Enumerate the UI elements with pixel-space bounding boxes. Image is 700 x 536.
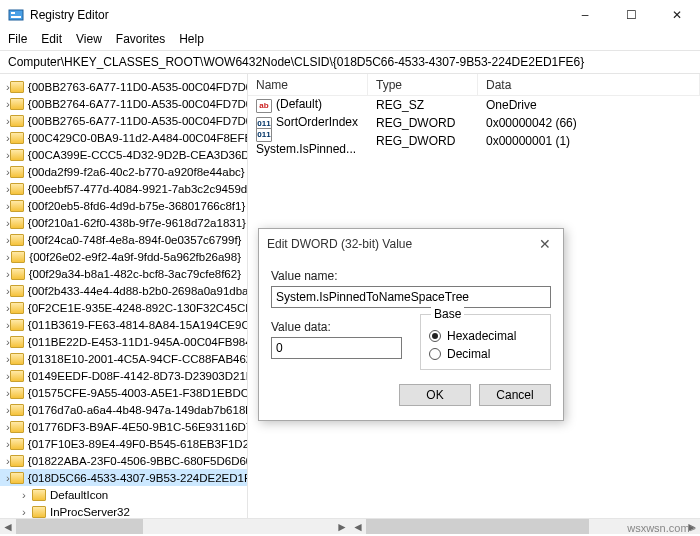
folder-icon	[10, 234, 24, 246]
tree-item[interactable]: ›{00f210a1-62f0-438b-9f7e-9618d72a1831}	[0, 214, 247, 231]
value-data: 0x00000042 (66)	[478, 116, 700, 130]
value-data-input[interactable]	[271, 337, 402, 359]
tree-item[interactable]: ›{011B3619-FE63-4814-8A84-15A194CE9CE3}	[0, 316, 247, 333]
value-data-label: Value data:	[271, 320, 402, 334]
tree-item-label: {0149EEDF-D08F-4142-8D73-D23903D21E90}	[28, 370, 248, 382]
scroll-thumb[interactable]	[16, 519, 143, 534]
tree-item[interactable]: ›{0F2CE1E-935E-4248-892C-130F32C45CB4}	[0, 299, 247, 316]
folder-icon	[10, 387, 24, 399]
list-header: Name Type Data	[248, 74, 700, 96]
value-name-label: Value name:	[271, 269, 551, 283]
folder-icon	[10, 149, 24, 161]
folder-icon	[10, 302, 24, 314]
folder-icon	[10, 472, 24, 484]
col-data[interactable]: Data	[478, 74, 700, 95]
tree-item[interactable]: ›{00f24ca0-748f-4e8a-894f-0e0357c6799f}	[0, 231, 247, 248]
menu-view[interactable]: View	[76, 32, 102, 46]
value-data: 0x00000001 (1)	[478, 134, 700, 148]
list-row[interactable]: 011System.IsPinned...REG_DWORD0x00000001…	[248, 132, 700, 150]
tree-item[interactable]: ›{011BE22D-E453-11D1-945A-00C04FB984F9}	[0, 333, 247, 350]
tree-item-label: {01776DF3-B9AF-4E50-9B1C-56E93116D704}	[28, 421, 248, 433]
tree-item-label: {01822ABA-23F0-4506-9BBC-680F5D6D606C}	[28, 455, 248, 467]
radio-hex[interactable]: Hexadecimal	[429, 329, 542, 343]
value-icon: 011	[256, 128, 272, 142]
menu-help[interactable]: Help	[179, 32, 204, 46]
menu-file[interactable]: File	[8, 32, 27, 46]
folder-icon	[10, 98, 24, 110]
folder-icon	[11, 251, 25, 263]
scroll-left-icon-2[interactable]: ◄	[350, 519, 366, 534]
base-fieldset: Base Hexadecimal Decimal	[420, 314, 551, 370]
tree-item[interactable]: ›{00eebf57-477d-4084-9921-7ab3c2c9459d}	[0, 180, 247, 197]
radio-dec[interactable]: Decimal	[429, 347, 542, 361]
tree-item[interactable]: ›{00C429C0-0BA9-11d2-A484-00C04F8EFB69}	[0, 129, 247, 146]
tree-pane[interactable]: ›{00BB2763-6A77-11D0-A535-00C04FD7D062}›…	[0, 74, 248, 518]
scroll-left-icon[interactable]: ◄	[0, 519, 16, 534]
col-name[interactable]: Name	[248, 74, 368, 95]
folder-icon	[10, 319, 24, 331]
svg-rect-1	[11, 12, 15, 14]
dialog-close-icon[interactable]: ✕	[535, 235, 555, 253]
value-name-input[interactable]	[271, 286, 551, 308]
tree-subitem[interactable]: ›InProcServer32	[0, 503, 247, 518]
value-name: (Default)	[276, 97, 322, 111]
cancel-button[interactable]: Cancel	[479, 384, 551, 406]
tree-item[interactable]: ›{00f26e02-e9f2-4a9f-9fdd-5a962fb26a98}	[0, 248, 247, 265]
tree-item[interactable]: ›{00CA399E-CCC5-4D32-9D2B-CEA3D36DC9E4}	[0, 146, 247, 163]
tree-item[interactable]: ›{017F10E3-89E4-49F0-B545-618EB3F1D27C}	[0, 435, 247, 452]
folder-icon	[32, 506, 46, 518]
address-bar[interactable]: Computer\HKEY_CLASSES_ROOT\WOW6432Node\C…	[0, 50, 700, 74]
menu-favorites[interactable]: Favorites	[116, 32, 165, 46]
tree-item[interactable]: ›{00f20eb5-8fd6-4d9d-b75e-36801766c8f1}	[0, 197, 247, 214]
tree-item-label: {011BE22D-E453-11D1-945A-00C04FB984F9}	[28, 336, 248, 348]
tree-item[interactable]: ›{018D5C66-4533-4307-9B53-224DE2ED1FE6}	[0, 469, 247, 486]
tree-item[interactable]: ›{00BB2764-6A77-11D0-A535-00C04FD7D062}	[0, 95, 247, 112]
folder-icon	[10, 404, 24, 416]
maximize-button[interactable]: ☐	[608, 0, 654, 30]
value-data: OneDrive	[478, 98, 700, 112]
tree-item-label: {00CA399E-CCC5-4D32-9D2B-CEA3D36DC9E4}	[28, 149, 248, 161]
radio-icon	[429, 330, 441, 342]
tree-item[interactable]: ›{01318E10-2001-4C5A-94CF-CC88FAB46249}	[0, 350, 247, 367]
folder-icon	[10, 370, 24, 382]
tree-item[interactable]: ›{01822ABA-23F0-4506-9BBC-680F5D6D606C}	[0, 452, 247, 469]
tree-item-label: {00f24ca0-748f-4e8a-894f-0e0357c6799f}	[28, 234, 242, 246]
tree-item[interactable]: ›{00da2f99-f2a6-40c2-b770-a920f8e44abc}	[0, 163, 247, 180]
value-name: System.IsPinned...	[256, 142, 356, 156]
folder-icon	[10, 285, 24, 297]
tree-item[interactable]: ›{00f2b433-44e4-4d88-b2b0-2698a0a91dba}	[0, 282, 247, 299]
tree-item[interactable]: ›{0176d7a0-a6a4-4b48-947a-149dab7b618b}	[0, 401, 247, 418]
scroll-thumb[interactable]	[366, 519, 589, 534]
scroll-track-left[interactable]	[16, 519, 334, 534]
minimize-button[interactable]: –	[562, 0, 608, 30]
value-type: REG_DWORD	[368, 116, 478, 130]
tree-item[interactable]: ›{00BB2765-6A77-11D0-A535-00C04FD7D062}	[0, 112, 247, 129]
radio-dec-label: Decimal	[447, 347, 490, 361]
tree-item-label: {00C429C0-0BA9-11d2-A484-00C04F8EFB69}	[28, 132, 248, 144]
list-row[interactable]: ab(Default)REG_SZOneDrive	[248, 96, 700, 114]
menu-edit[interactable]: Edit	[41, 32, 62, 46]
tree-item-label: {00f29a34-b8a1-482c-bcf8-3ac79cfe8f62}	[29, 268, 241, 280]
hscroll: ◄ ► ◄ ►	[0, 518, 700, 534]
tree-item-label: DefaultIcon	[50, 489, 108, 501]
radio-icon	[429, 348, 441, 360]
window-title: Registry Editor	[30, 8, 109, 22]
tree-subitem[interactable]: ›DefaultIcon	[0, 486, 247, 503]
tree-item[interactable]: ›{0149EEDF-D08F-4142-8D73-D23903D21E90}	[0, 367, 247, 384]
dialog-titlebar: Edit DWORD (32-bit) Value ✕	[259, 229, 563, 259]
close-button[interactable]: ✕	[654, 0, 700, 30]
folder-icon	[10, 166, 24, 178]
tree-item[interactable]: ›{00BB2763-6A77-11D0-A535-00C04FD7D062}	[0, 78, 247, 95]
folder-icon	[10, 81, 24, 93]
value-type: REG_DWORD	[368, 134, 478, 148]
tree-item[interactable]: ›{01575CFE-9A55-4003-A5E1-F38D1EBDCBE1}	[0, 384, 247, 401]
tree-item[interactable]: ›{00f29a34-b8a1-482c-bcf8-3ac79cfe8f62}	[0, 265, 247, 282]
folder-icon	[10, 353, 24, 365]
tree-item[interactable]: ›{01776DF3-B9AF-4E50-9B1C-56E93116D704}	[0, 418, 247, 435]
ok-button[interactable]: OK	[399, 384, 471, 406]
col-type[interactable]: Type	[368, 74, 478, 95]
folder-icon	[10, 217, 24, 229]
base-legend: Base	[431, 307, 464, 321]
tree-item-label: {00eebf57-477d-4084-9921-7ab3c2c9459d}	[28, 183, 248, 195]
scroll-right-icon[interactable]: ►	[334, 519, 350, 534]
